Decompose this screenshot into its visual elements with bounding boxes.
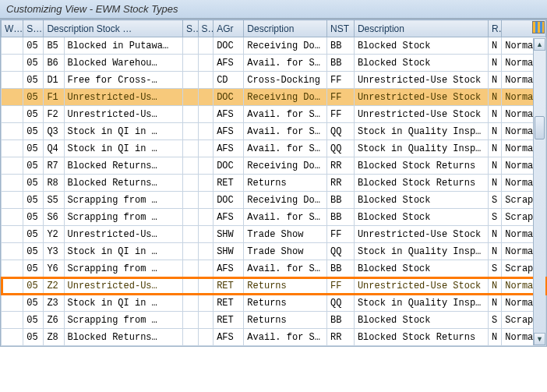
cell-desc1[interactable]: Scrapping from … — [64, 192, 182, 209]
cell-s1[interactable]: 05 — [23, 209, 44, 226]
cell-agr[interactable]: AFS — [214, 55, 244, 72]
cell-nst[interactable]: FF — [327, 106, 355, 123]
col-header-s4[interactable]: S… — [198, 20, 214, 37]
cell-agr[interactable]: DOC — [214, 37, 244, 55]
cell-s2[interactable]: Z6 — [44, 312, 64, 329]
cell-w[interactable] — [2, 243, 23, 260]
cell-s3[interactable] — [182, 329, 198, 346]
cell-s1[interactable]: 05 — [23, 106, 44, 123]
cell-agr[interactable]: RET — [214, 277, 244, 295]
cell-w[interactable] — [2, 89, 23, 106]
cell-nst[interactable]: QQ — [327, 140, 355, 157]
cell-desc3[interactable]: Blocked Stock — [354, 192, 488, 209]
cell-s3[interactable] — [182, 175, 198, 192]
cell-w[interactable] — [2, 312, 23, 329]
cell-desc2[interactable]: Avail. for Sale — [244, 140, 327, 157]
cell-s3[interactable] — [182, 106, 198, 123]
cell-s2[interactable]: Z3 — [44, 295, 64, 312]
cell-s1[interactable]: 05 — [23, 295, 44, 312]
col-header-s1[interactable]: S… — [23, 20, 44, 37]
cell-s1[interactable]: 05 — [23, 37, 44, 55]
cell-w[interactable] — [2, 37, 23, 55]
cell-desc1[interactable]: Scrapping from … — [64, 260, 182, 277]
cell-nst[interactable]: BB — [327, 192, 355, 209]
cell-desc1[interactable]: Blocked Returns… — [64, 157, 182, 175]
cell-s3[interactable] — [182, 123, 198, 140]
cell-w[interactable] — [2, 226, 23, 243]
column-config-icon[interactable] — [532, 21, 545, 34]
table-row[interactable]: 05R8Blocked Returns…RETReturnsRRBlocked … — [2, 175, 546, 192]
cell-agr[interactable]: RET — [214, 175, 244, 192]
scroll-thumb[interactable] — [535, 116, 545, 139]
cell-desc1[interactable]: Free for Cross-… — [64, 72, 182, 89]
cell-desc2[interactable]: Receiving Do… — [244, 37, 327, 55]
cell-desc3[interactable]: Stock in Quality Inspect… — [354, 295, 488, 312]
cell-desc1[interactable]: Unrestricted-Us… — [64, 277, 182, 295]
cell-w[interactable] — [2, 123, 23, 140]
table-row[interactable]: 05Z6Scrapping from …RETReturnsBBBlocked … — [2, 312, 546, 329]
vertical-scrollbar[interactable]: ▲ ▼ — [533, 38, 545, 345]
cell-desc1[interactable]: Blocked Returns… — [64, 329, 182, 346]
cell-s4[interactable] — [198, 55, 214, 72]
cell-desc3[interactable]: Unrestricted-Use Stock — [354, 277, 488, 295]
cell-desc2[interactable]: Returns — [244, 277, 327, 295]
cell-desc2[interactable]: Avail. for Sale — [244, 55, 327, 72]
cell-s4[interactable] — [198, 72, 214, 89]
cell-agr[interactable]: AFS — [214, 329, 244, 346]
cell-s2[interactable]: S5 — [44, 192, 64, 209]
cell-s2[interactable]: Z8 — [44, 329, 64, 346]
cell-desc3[interactable]: Stock in Quality Inspect… — [354, 140, 488, 157]
cell-r[interactable]: N — [488, 106, 501, 123]
cell-s4[interactable] — [198, 226, 214, 243]
cell-desc3[interactable]: Blocked Stock — [354, 260, 488, 277]
cell-w[interactable] — [2, 140, 23, 157]
cell-r[interactable]: S — [488, 192, 501, 209]
table-row[interactable]: 05Z2Unrestricted-Us…RETReturnsFFUnrestri… — [2, 277, 546, 295]
cell-desc3[interactable]: Unrestricted-Use Stock — [354, 226, 488, 243]
cell-desc1[interactable]: Unrestricted-Us… — [64, 89, 182, 106]
cell-s2[interactable]: F1 — [44, 89, 64, 106]
cell-desc2[interactable]: Avail. for Sale — [244, 329, 327, 346]
cell-s3[interactable] — [182, 72, 198, 89]
cell-desc2[interactable]: Avail. for Sale — [244, 209, 327, 226]
cell-agr[interactable]: AFS — [214, 140, 244, 157]
cell-desc3[interactable]: Blocked Stock — [354, 209, 488, 226]
cell-s4[interactable] — [198, 37, 214, 55]
cell-desc1[interactable]: Scrapping from … — [64, 209, 182, 226]
col-header-desc2[interactable]: Description — [244, 20, 327, 37]
cell-w[interactable] — [2, 72, 23, 89]
cell-desc3[interactable]: Blocked Stock — [354, 55, 488, 72]
cell-r[interactable]: N — [488, 277, 501, 295]
cell-r[interactable]: N — [488, 295, 501, 312]
cell-w[interactable] — [2, 175, 23, 192]
cell-desc1[interactable]: Blocked Returns… — [64, 175, 182, 192]
cell-s3[interactable] — [182, 140, 198, 157]
cell-desc3[interactable]: Blocked Stock Returns — [354, 175, 488, 192]
col-header-desc3[interactable]: Description — [354, 20, 488, 37]
cell-s2[interactable]: Y3 — [44, 243, 64, 260]
table-row[interactable]: 05Z8Blocked Returns…AFSAvail. for SaleRR… — [2, 329, 546, 346]
cell-w[interactable] — [2, 260, 23, 277]
cell-desc1[interactable]: Unrestricted-Us… — [64, 226, 182, 243]
cell-nst[interactable]: RR — [327, 175, 355, 192]
cell-s1[interactable]: 05 — [23, 260, 44, 277]
table-row[interactable]: 05Y3Stock in QI in …SHWTrade ShowQQStock… — [2, 243, 546, 260]
cell-s4[interactable] — [198, 329, 214, 346]
table-row[interactable]: 05Q4Stock in QI in …AFSAvail. for SaleQQ… — [2, 140, 546, 157]
cell-desc2[interactable]: Trade Show — [244, 226, 327, 243]
cell-nst[interactable]: QQ — [327, 243, 355, 260]
cell-w[interactable] — [2, 55, 23, 72]
cell-s2[interactable]: B5 — [44, 37, 64, 55]
cell-desc2[interactable]: Receiving Do… — [244, 89, 327, 106]
cell-r[interactable]: N — [488, 175, 501, 192]
cell-agr[interactable]: AFS — [214, 106, 244, 123]
cell-agr[interactable]: CD — [214, 72, 244, 89]
cell-s1[interactable]: 05 — [23, 226, 44, 243]
cell-agr[interactable]: SHW — [214, 226, 244, 243]
cell-w[interactable] — [2, 295, 23, 312]
cell-r[interactable]: N — [488, 55, 501, 72]
cell-desc3[interactable]: Blocked Stock — [354, 312, 488, 329]
cell-s2[interactable]: R8 — [44, 175, 64, 192]
cell-s1[interactable]: 05 — [23, 192, 44, 209]
cell-s3[interactable] — [182, 295, 198, 312]
